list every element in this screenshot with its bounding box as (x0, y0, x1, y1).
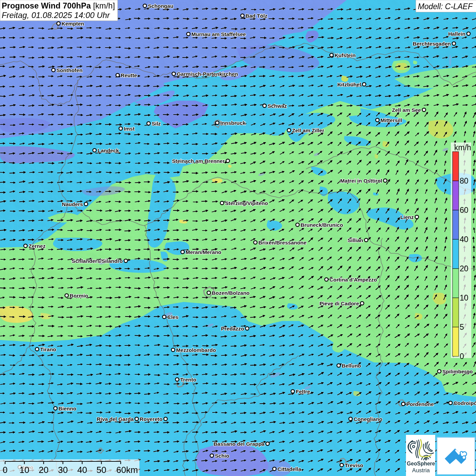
svg-text:Nauders: Nauders (62, 201, 83, 207)
svg-text:Riva del Garda: Riva del Garda (97, 416, 134, 422)
svg-text:GeoSphere: GeoSphere (407, 460, 435, 467)
svg-text:Bozen/Bolzano: Bozen/Bolzano (212, 290, 250, 296)
svg-text:Austria: Austria (412, 468, 430, 473)
svg-text:Kufstein: Kufstein (335, 52, 356, 58)
svg-text:20: 20 (39, 465, 49, 475)
svg-text:0: 0 (3, 465, 7, 475)
svg-text:Innsbruck: Innsbruck (220, 120, 245, 126)
svg-text:Treviso: Treviso (345, 462, 363, 468)
svg-text:Sterzing/Vipiteno: Sterzing/Vipiteno (225, 200, 268, 206)
svg-text:Bruneck/Brunico: Bruneck/Brunico (301, 222, 343, 228)
svg-text:Matrei in Osttirol: Matrei in Osttirol (340, 178, 382, 184)
svg-text:Pieve di Cadore: Pieve di Cadore (320, 301, 359, 306)
svg-text:Cles: Cles (167, 314, 178, 320)
svg-text:Silz: Silz (152, 121, 161, 126)
svg-text:Landeck: Landeck (98, 148, 119, 153)
svg-text:Sonthofen: Sonthofen (56, 67, 83, 73)
svg-text:Schongau: Schongau (148, 3, 173, 9)
svg-text:10: 10 (460, 293, 469, 302)
svg-text:Predazzo: Predazzo (221, 326, 244, 332)
svg-text:Sillian: Sillian (347, 237, 363, 243)
svg-text:Zell am Ziller: Zell am Ziller (292, 128, 324, 133)
svg-text:Bassano del Grappa: Bassano del Grappa (214, 441, 265, 447)
svg-text:Mittersill: Mittersill (380, 117, 402, 123)
svg-text:Schwaz: Schwaz (268, 103, 287, 109)
svg-text:Bienno: Bienno (58, 406, 76, 411)
svg-text:Rovereto: Rovereto (140, 416, 163, 422)
svg-text:Kempten: Kempten (62, 21, 84, 27)
svg-text:60km: 60km (116, 465, 138, 475)
svg-text:60: 60 (460, 206, 469, 215)
svg-text:Berchtesgaden: Berchtesgaden (413, 41, 451, 47)
svg-text:Imst: Imst (124, 126, 135, 132)
svg-text:Brixen/Bressanone: Brixen/Bressanone (258, 240, 307, 245)
svg-text:Zell am See: Zell am See (392, 107, 421, 113)
svg-text:Belluno: Belluno (342, 363, 361, 369)
svg-text:10: 10 (19, 465, 29, 475)
svg-text:Mezzolombardo: Mezzolombardo (176, 347, 216, 353)
svg-text:Trento: Trento (180, 377, 196, 382)
svg-text:0: 0 (460, 352, 464, 361)
svg-text:Schlanders/Silandro: Schlanders/Silandro (72, 258, 123, 264)
svg-text:40: 40 (460, 235, 469, 244)
svg-text:Spilimbergo: Spilimbergo (442, 369, 473, 374)
svg-text:Tirano: Tirano (40, 346, 56, 352)
svg-text:30: 30 (58, 465, 68, 475)
svg-text:Garmisch-Partenkirchen: Garmisch-Partenkirchen (177, 71, 238, 77)
svg-text:Cittadella: Cittadella (277, 466, 301, 472)
svg-text:Pordenone: Pordenone (406, 401, 434, 407)
svg-text:Kitzbühel: Kitzbühel (337, 82, 361, 87)
svg-text:Steinach am Brenner: Steinach am Brenner (172, 158, 225, 164)
svg-text:Conegliano: Conegliano (354, 416, 382, 422)
svg-text:80: 80 (460, 176, 469, 185)
svg-text:Prognose Wind 700hPa [km/h]: Prognose Wind 700hPa [km/h] (2, 1, 115, 10)
svg-text:20: 20 (460, 264, 469, 273)
svg-text:Bad Tölz: Bad Tölz (245, 13, 268, 19)
svg-text:Freitag, 01.08.2025 14:00 Uhr: Freitag, 01.08.2025 14:00 Uhr (2, 11, 110, 20)
svg-text:50: 50 (97, 465, 106, 475)
svg-text:5: 5 (460, 323, 464, 332)
svg-text:Lienz: Lienz (400, 214, 414, 220)
svg-text:Meran/Merano: Meran/Merano (186, 249, 221, 255)
svg-text:Cortina d'Ampezzo: Cortina d'Ampezzo (329, 277, 377, 283)
svg-text:Schio: Schio (215, 453, 229, 459)
svg-text:Reutte: Reutte (121, 72, 137, 78)
svg-text:Modell: C-LAEF: Modell: C-LAEF (418, 2, 473, 11)
svg-text:Feltre: Feltre (296, 389, 310, 394)
svg-text:Bormio: Bormio (70, 293, 88, 299)
svg-text:Murnau am Staffelsee: Murnau am Staffelsee (191, 31, 246, 37)
svg-text:km/h: km/h (454, 143, 471, 152)
svg-text:Hallein: Hallein (448, 31, 465, 37)
svg-text:Zernez: Zernez (29, 243, 46, 249)
svg-text:Codroipo: Codroipo (454, 400, 476, 406)
svg-text:40: 40 (77, 465, 87, 475)
